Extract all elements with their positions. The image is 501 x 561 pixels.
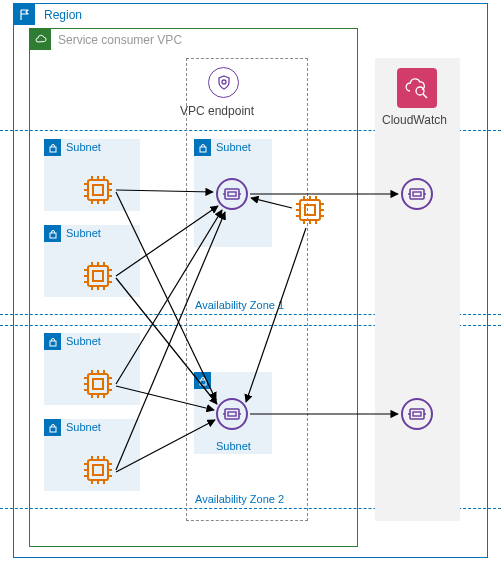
- subnet-label: Subnet: [216, 440, 251, 452]
- cloud-icon: [30, 29, 51, 50]
- subnet-label: Subnet: [66, 141, 101, 153]
- region-label: Region: [44, 8, 82, 22]
- subnet-label: Subnet: [216, 141, 251, 153]
- vpc-endpoint-icon: [208, 67, 239, 98]
- service-eni-icon: [401, 398, 433, 430]
- vpc-endpoint-label: VPC endpoint: [180, 104, 254, 118]
- cloudwatch-column: [375, 58, 460, 521]
- subnet-label: Subnet: [66, 335, 101, 347]
- ec2-instance-icon: [82, 368, 114, 400]
- svg-rect-5: [50, 341, 56, 346]
- svg-point-0: [222, 80, 226, 84]
- lock-icon: [194, 139, 211, 156]
- svg-rect-6: [50, 427, 56, 432]
- lock-icon: [194, 372, 211, 389]
- endpoint-eni-icon: [216, 398, 248, 430]
- ec2-instance-icon: [82, 260, 114, 292]
- subnet-label: Subnet: [66, 227, 101, 239]
- svg-rect-4: [50, 233, 56, 238]
- ec2-instance-icon: [82, 174, 114, 206]
- lock-icon: [44, 139, 61, 156]
- svg-line-2: [423, 94, 427, 98]
- az2-label: Availability Zone 2: [195, 493, 284, 505]
- endpoint-eni-icon: [216, 178, 248, 210]
- svg-rect-8: [200, 380, 206, 385]
- diagram-stage: Region Service consumer VPC VPC endpoint…: [0, 0, 501, 561]
- subnet-label: Subnet: [66, 421, 101, 433]
- lock-icon: [44, 333, 61, 350]
- az1-label: Availability Zone 1: [195, 299, 284, 311]
- service-eni-icon: [401, 178, 433, 210]
- ec2-instance-icon: [82, 454, 114, 486]
- svg-rect-3: [50, 147, 56, 152]
- svg-point-1: [416, 87, 424, 95]
- svg-rect-7: [200, 147, 206, 152]
- cloudwatch-label: CloudWatch: [382, 113, 447, 127]
- lock-icon: [44, 419, 61, 436]
- ec2-instance-icon: [294, 194, 326, 226]
- vpc-label: Service consumer VPC: [58, 33, 182, 47]
- cloudwatch-icon: [397, 68, 437, 108]
- lock-icon: [44, 225, 61, 242]
- flag-icon: [14, 4, 35, 25]
